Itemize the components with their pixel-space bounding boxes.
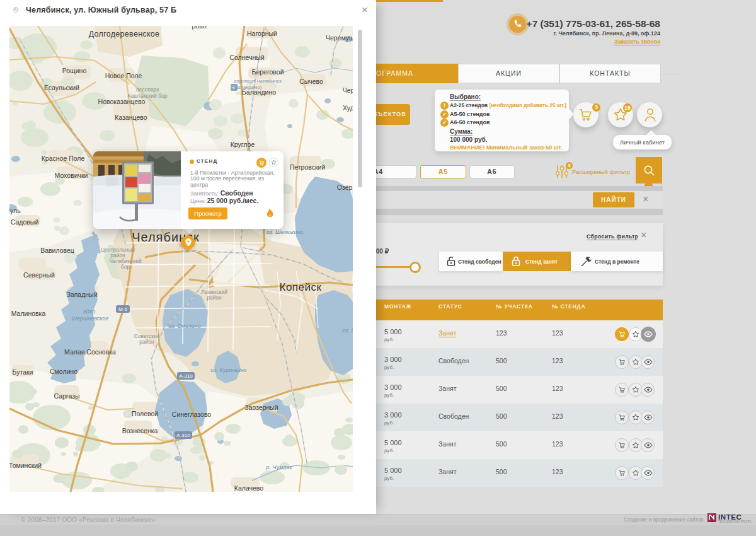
svg-text:Худ: Худ: [343, 104, 353, 112]
svg-text:бор: бор: [121, 264, 130, 270]
svg-text:р. Чумляк: р. Чумляк: [266, 464, 293, 470]
svg-text:А-310: А-310: [179, 373, 193, 379]
svg-text:Каштакский бор: Каштакский бор: [128, 93, 168, 99]
svg-text:оз. К: оз. К: [342, 327, 353, 334]
svg-text:рово: рово: [192, 26, 207, 30]
svg-text:Западный: Западный: [66, 291, 97, 298]
svg-text:Северный: Северный: [23, 271, 55, 279]
svg-text:Малиновка: Малиновка: [11, 310, 46, 317]
svg-text:оз. Смолино: оз. Смолино: [168, 323, 201, 329]
svg-text:Копейск: Копейск: [280, 281, 322, 293]
svg-text:М-5: М-5: [118, 306, 127, 312]
svg-text:Полевой: Полевой: [132, 410, 158, 417]
svg-text:Черемушк: Черемушк: [326, 34, 353, 42]
svg-text:Есаульский: Есаульский: [44, 84, 79, 91]
svg-text:вдхр.: вдхр.: [83, 308, 96, 315]
svg-text:Шершнёвское: Шершнёвское: [72, 315, 109, 322]
svg-text:аэропорт Челябинск: аэропорт Челябинск: [234, 78, 282, 84]
svg-text:Долгодеревенское: Долгодеревенское: [89, 30, 160, 38]
svg-text:район: район: [207, 294, 222, 301]
svg-text:Смолино: Смолино: [50, 368, 77, 375]
svg-text:Сычево: Сычево: [299, 78, 323, 85]
svg-text:оз. Шелюгино: оз. Шелюгино: [266, 229, 303, 235]
svg-text:Озёрн: Озёрн: [337, 184, 353, 191]
svg-text:лесопарк: лесопарк: [136, 86, 159, 93]
svg-text:Заозерный: Заозерный: [244, 404, 278, 411]
svg-text:Рощино: Рощино: [62, 67, 87, 74]
svg-text:Новое Поле: Новое Поле: [105, 72, 142, 79]
svg-text:Бутаки: Бутаки: [13, 368, 33, 376]
svg-text:куль: куль: [9, 207, 21, 214]
svg-text:Синеглазово: Синеглазово: [172, 411, 212, 418]
svg-text:Чер: Чер: [343, 86, 353, 94]
svg-text:район: район: [139, 339, 154, 345]
svg-text:Малая Сосновка: Малая Сосновка: [64, 348, 116, 356]
svg-text:Калачево: Калачево: [234, 484, 263, 492]
svg-text:Вознесенка: Вознесенка: [122, 427, 158, 434]
svg-text:Саргазы: Саргазы: [54, 392, 79, 400]
svg-text:Петровский: Петровский: [290, 163, 326, 171]
svg-text:Береговой: Береговой: [251, 68, 284, 76]
svg-text:Моховички: Моховички: [55, 172, 88, 179]
svg-text:Солнечный: Солнечный: [229, 54, 264, 61]
svg-text:Вавиловец: Вавиловец: [40, 247, 74, 254]
svg-text:Красное Поле: Красное Поле: [42, 154, 85, 162]
svg-text:А-310: А-310: [176, 433, 190, 438]
svg-text:Нагорный: Нагорный: [247, 30, 277, 37]
svg-text:оз. Курочкино: оз. Курочкино: [210, 367, 246, 373]
svg-text:Садовый: Садовый: [11, 218, 39, 226]
svg-text:Томинский: Томинский: [9, 462, 42, 469]
svg-text:(Баландино): (Баландино): [232, 84, 262, 90]
svg-text:Казанцево: Казанцево: [115, 114, 147, 121]
svg-text:Круглое: Круглое: [231, 141, 255, 148]
